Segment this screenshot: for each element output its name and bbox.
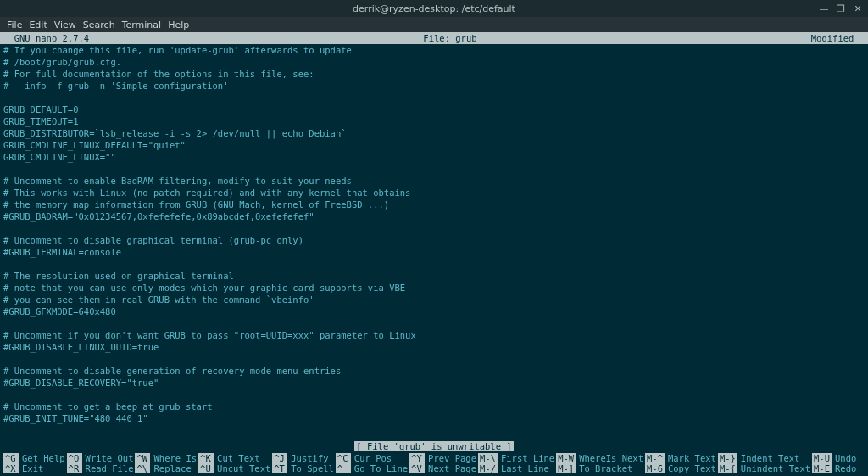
shortcut-key[interactable]: ^T [272, 463, 287, 473]
shortcut-key[interactable]: M-/ [478, 463, 498, 473]
menu-edit[interactable]: Edit [29, 20, 47, 31]
shortcut-key[interactable]: ^J [272, 453, 287, 463]
menu-search[interactable]: Search [83, 20, 115, 31]
nano-version: GNU nano 2.7.4 [3, 33, 89, 43]
shortcut-label: WhereIs Next [579, 453, 643, 463]
shortcut-key[interactable]: ^Y [409, 453, 425, 463]
status-bar: [ File 'grub' is unwritable ] [0, 440, 868, 452]
shortcut-label: Go To Line [354, 463, 408, 473]
shortcut-label: Cur Pos [354, 453, 392, 463]
shortcut-key[interactable]: ^X [3, 463, 19, 473]
shortcut-col-1: ^OWrite Out^RRead File [67, 452, 134, 474]
window-titlebar: derrik@ryzen-desktop: /etc/default — ❐ ✕ [0, 0, 868, 17]
shortcut-label: Next Page [428, 463, 476, 473]
shortcut-key[interactable]: M-W [556, 453, 576, 463]
shortcut-col-0: ^GGet Help^XExit [3, 452, 65, 474]
shortcut-key[interactable]: ^_ [336, 463, 351, 473]
shortcut-key[interactable]: M-^ [645, 453, 665, 463]
shortcut-key[interactable]: M-E [812, 463, 832, 473]
shortcut-bar: ^GGet Help^XExit^OWrite Out^RRead File^W… [0, 452, 868, 476]
shortcut-key[interactable]: M-\ [478, 453, 498, 463]
shortcut-key[interactable]: ^K [198, 453, 214, 463]
shortcut-label: Where Is [153, 453, 197, 463]
shortcut-col-10: M-}Indent TextM-{Unindent Text [718, 452, 810, 474]
shortcut-key[interactable]: ^V [409, 463, 425, 473]
close-icon[interactable]: ✕ [853, 3, 863, 14]
shortcut-key[interactable]: ^\ [135, 463, 150, 473]
shortcut-key[interactable]: M-] [556, 463, 576, 473]
shortcut-key[interactable]: ^C [336, 453, 351, 463]
editor-content[interactable]: # If you change this file, run 'update-g… [0, 44, 868, 440]
minimize-icon[interactable]: — [819, 3, 829, 14]
shortcut-col-8: M-WWhereIs NextM-]To Bracket [556, 452, 643, 474]
shortcut-label: Cut Text [217, 453, 260, 463]
shortcut-label: Indent Text [741, 453, 800, 463]
shortcut-col-3: ^KCut Text^UUncut Text [198, 452, 270, 474]
shortcut-label: Prev Page [428, 453, 476, 463]
shortcut-label: Unindent Text [741, 463, 810, 473]
shortcut-key[interactable]: ^W [135, 453, 150, 463]
shortcut-label: First Line [501, 453, 554, 463]
shortcut-label: Last Line [501, 463, 549, 473]
nano-header: GNU nano 2.7.4 File: grub Modified [0, 32, 868, 44]
menu-help[interactable]: Help [168, 20, 189, 31]
shortcut-label: Uncut Text [217, 463, 270, 473]
window-title: derrik@ryzen-desktop: /etc/default [353, 3, 515, 14]
shortcut-label: Mark Text [668, 453, 716, 463]
shortcut-key[interactable]: ^U [198, 463, 214, 473]
window-controls: — ❐ ✕ [819, 3, 863, 14]
nano-modified: Modified [811, 33, 865, 43]
shortcut-label: Exit [22, 463, 43, 473]
menu-view[interactable]: View [54, 20, 76, 31]
menu-terminal[interactable]: Terminal [122, 20, 162, 31]
menubar: File Edit View Search Terminal Help [0, 17, 868, 32]
shortcut-label: Justify [291, 453, 328, 463]
shortcut-label: To Spell [291, 463, 334, 473]
nano-filename: File: grub [89, 33, 811, 43]
shortcut-key[interactable]: ^O [67, 453, 82, 463]
shortcut-label: To Bracket [579, 463, 632, 473]
maximize-icon[interactable]: ❐ [836, 3, 846, 14]
shortcut-key[interactable]: M-U [812, 453, 832, 463]
shortcut-label: Redo [835, 463, 856, 473]
shortcut-label: Replace [153, 463, 191, 473]
shortcut-label: Undo [835, 453, 856, 463]
shortcut-key[interactable]: ^G [3, 453, 19, 463]
status-message: [ File 'grub' is unwritable ] [354, 441, 513, 451]
shortcut-key[interactable]: M-} [718, 453, 737, 463]
shortcut-col-6: ^YPrev Page^VNext Page [409, 452, 476, 474]
shortcut-label: Read File [86, 463, 134, 473]
shortcut-label: Get Help [22, 453, 65, 463]
shortcut-col-11: M-UUndoM-ERedo [812, 452, 865, 474]
shortcut-label: Copy Text [668, 463, 716, 473]
shortcut-col-2: ^WWhere Is^\Replace [135, 452, 197, 474]
shortcut-key[interactable]: M-{ [718, 463, 737, 473]
shortcut-col-4: ^JJustify^TTo Spell [272, 452, 334, 474]
shortcut-col-5: ^CCur Pos^_Go To Line [336, 452, 408, 474]
shortcut-col-9: M-^Mark TextM-6Copy Text [645, 452, 716, 474]
menu-file[interactable]: File [7, 20, 22, 31]
shortcut-key[interactable]: ^R [67, 463, 82, 473]
shortcut-col-7: M-\First LineM-/Last Line [478, 452, 554, 474]
shortcut-key[interactable]: M-6 [645, 463, 665, 473]
shortcut-label: Write Out [86, 453, 134, 463]
